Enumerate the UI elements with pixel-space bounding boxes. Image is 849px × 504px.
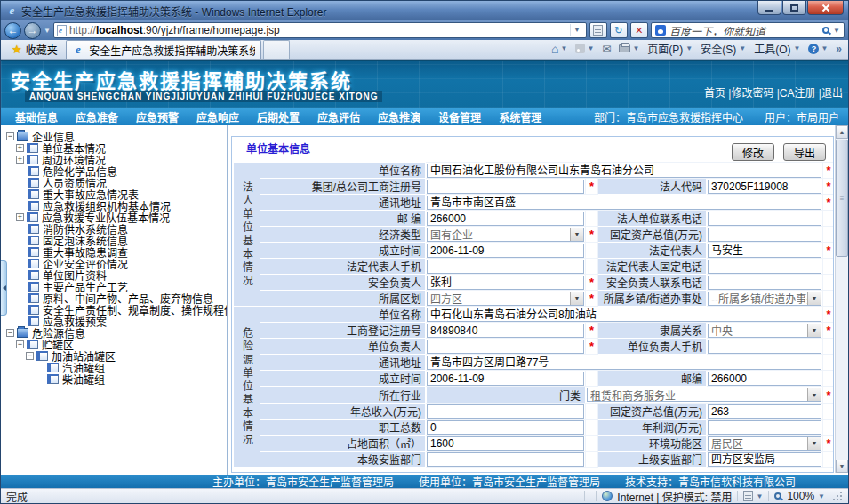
text-input[interactable] [427, 404, 584, 419]
text-input[interactable] [708, 276, 821, 290]
text-input[interactable]: 青岛市市南区百盛 [427, 196, 821, 210]
select-field[interactable]: 租赁和商务服务业▼ [587, 388, 821, 402]
tree-item[interactable]: −危险源信息 [1, 327, 227, 339]
tab-active[interactable]: e 安全生产应急救援指挥辅助决策系统 [66, 40, 261, 59]
text-input[interactable] [708, 260, 821, 274]
modify-button[interactable]: 修改 [732, 143, 774, 161]
overflow-chevron-icon[interactable]: » [836, 43, 842, 55]
menu-item-0[interactable]: 基础信息 [6, 109, 67, 124]
text-input[interactable]: 266000 [427, 212, 584, 226]
search-magnifier-icon[interactable] [822, 27, 829, 34]
scroll-down-button[interactable]: ▼ [836, 460, 848, 473]
text-input[interactable] [427, 180, 584, 194]
header-link-3[interactable]: 退出 [821, 87, 843, 100]
expand-toggle-icon[interactable]: + [16, 156, 24, 164]
command-item-1[interactable]: 安全(S)▼ [701, 41, 746, 56]
text-input[interactable]: 马安生 [708, 244, 821, 258]
scroll-thumb[interactable]: ≡ [836, 140, 848, 257]
select-field[interactable]: 中央▼ [708, 324, 821, 338]
command-item-0[interactable]: 页面(P)▼ [647, 41, 693, 56]
minimize-button[interactable] [757, 1, 781, 15]
search-caret-icon[interactable]: ▼ [833, 27, 840, 35]
print-button[interactable]: ▼ [619, 44, 639, 52]
text-input[interactable]: 0 [427, 420, 584, 435]
zoom-level[interactable]: 100% [787, 490, 814, 502]
text-input[interactable] [708, 228, 821, 242]
tree-item-label[interactable]: 柴油罐组 [62, 372, 105, 387]
text-input[interactable] [708, 340, 821, 354]
close-button[interactable] [807, 1, 844, 15]
favorites-button[interactable]: ★ 收藏夹 [4, 40, 66, 59]
command-item-2[interactable]: 工具(O)▼ [754, 41, 800, 56]
text-input[interactable] [708, 420, 821, 435]
select-field[interactable]: 国有企业▼ [427, 228, 584, 242]
expand-toggle-icon[interactable]: + [16, 213, 24, 221]
menu-item-1[interactable]: 应急准备 [67, 109, 127, 124]
header-link-1[interactable]: 修改密码 [731, 87, 773, 100]
text-input[interactable]: 2006-11-09 [427, 244, 584, 258]
menu-item-5[interactable]: 应急评估 [308, 109, 369, 124]
feeds-button[interactable]: ▼ [575, 44, 594, 53]
refresh-button[interactable]: ↻ [610, 22, 628, 38]
menu-item-7[interactable]: 设备管理 [429, 109, 490, 124]
export-button[interactable]: 导出 [783, 143, 826, 161]
address-input[interactable]: e http://localhost:90/yjzh/frame/homepag… [53, 22, 587, 38]
collapse-toggle-icon[interactable]: − [6, 329, 14, 337]
stop-button[interactable]: ✕ [630, 22, 648, 38]
select-field[interactable]: 四方区▼ [427, 292, 584, 306]
text-input[interactable] [427, 260, 584, 274]
home-button[interactable]: ⌂▼ [551, 42, 567, 56]
panel-splitter-handle[interactable] [1, 260, 7, 316]
text-input[interactable]: 263 [708, 404, 821, 419]
search-input[interactable]: 百度一下，你就知道 ▼ [651, 22, 845, 38]
collapse-toggle-icon[interactable]: − [6, 132, 14, 140]
text-input[interactable]: 84890840 [427, 324, 584, 338]
header-link-0[interactable]: 首页 [704, 87, 725, 100]
expand-toggle-icon[interactable]: + [16, 144, 24, 152]
maximize-button[interactable] [782, 1, 806, 15]
menu-item-8[interactable]: 系统管理 [490, 109, 550, 124]
scroll-up-button[interactable]: ▲ [836, 125, 848, 139]
tree-item[interactable]: 企业安全评价情况 [1, 258, 227, 269]
collapse-toggle-icon[interactable]: − [26, 352, 34, 360]
compatibility-view-button[interactable] [589, 22, 607, 38]
menu-item-4[interactable]: 后期处置 [248, 109, 308, 124]
text-input[interactable]: 青岛市四方区周口路77号 [427, 356, 821, 370]
tree-item[interactable]: −企业信息 [1, 131, 227, 142]
resize-grip[interactable] [832, 491, 843, 501]
menu-item-6[interactable]: 应急推演 [369, 109, 429, 124]
select-field[interactable]: --所属乡镇/街道办事处--▼ [708, 292, 821, 306]
text-input[interactable]: 中石化山东青岛石油分公司8加油站 [427, 308, 821, 322]
text-input[interactable] [427, 452, 584, 467]
tree-item[interactable]: −加油站油罐区 [1, 350, 227, 362]
text-input[interactable]: 266000 [708, 372, 821, 386]
recent-pages-caret-icon[interactable]: ▼ [44, 27, 51, 35]
collapse-toggle-icon[interactable]: − [16, 340, 24, 348]
menu-item-3[interactable]: 应急响应 [188, 109, 248, 124]
forward-button[interactable]: → [24, 22, 41, 39]
text-input[interactable]: 张利 [427, 276, 584, 290]
url-text[interactable]: http://localhost:90/yjzh/frame/homepage.… [69, 24, 567, 36]
tree-item[interactable]: 柴油罐组 [1, 373, 227, 385]
menu-item-2[interactable]: 应急预警 [127, 109, 188, 124]
tree-item[interactable]: 危险化学品信息 [1, 165, 227, 177]
tree-item[interactable]: +单位基本情况 [1, 142, 227, 154]
vertical-scrollbar[interactable]: ▲ ≡ ▼ [835, 125, 848, 473]
tree-item[interactable]: 安全生产责任制、规章制度、操作规程信息 [1, 304, 227, 316]
text-input[interactable]: 1600 [427, 436, 584, 451]
text-input[interactable]: 中国石油化工股份有限公司山东青岛石油分公司 [427, 164, 821, 178]
status-compat-icon[interactable] [743, 491, 753, 501]
address-dropdown-caret-icon[interactable]: ▼ [570, 24, 583, 36]
read-mail-button[interactable]: ✉ [602, 43, 611, 55]
text-input[interactable] [708, 212, 821, 226]
text-input[interactable] [427, 340, 584, 354]
help-button[interactable]: ?▼ [808, 44, 828, 54]
text-input[interactable]: 370205F119008 [708, 180, 821, 194]
text-input[interactable]: 四方区安监局 [708, 452, 821, 467]
header-link-2[interactable]: CA注册 [780, 87, 816, 100]
select-field[interactable]: 居民区▼ [708, 436, 821, 451]
back-button[interactable]: ← [4, 22, 21, 39]
new-tab-stub[interactable] [263, 40, 290, 59]
zoom-magnifier-icon[interactable] [774, 492, 781, 500]
text-input[interactable]: 2006-11-09 [427, 372, 584, 386]
